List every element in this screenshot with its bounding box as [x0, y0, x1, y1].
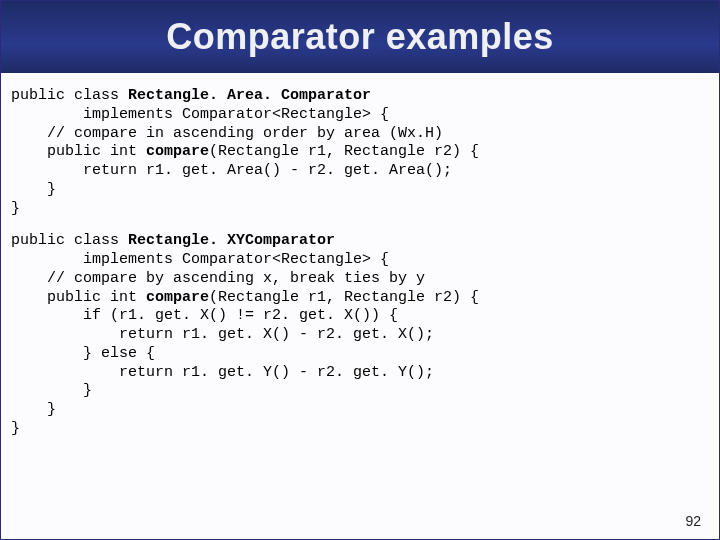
code-line: if (r1. get. X() != r2. get. X()) {	[11, 307, 398, 324]
slide-title: Comparator examples	[166, 16, 554, 58]
method-name: compare	[146, 143, 209, 160]
code-line: public int	[11, 143, 146, 160]
code-line: } else {	[11, 345, 155, 362]
code-line: // compare by ascending x, break ties by…	[11, 270, 425, 287]
code-line: public class	[11, 232, 128, 249]
code-line: }	[11, 200, 20, 217]
code-line: public class	[11, 87, 128, 104]
code-line: public int	[11, 289, 146, 306]
page-number: 92	[685, 513, 701, 529]
code-line: return r1. get. Y() - r2. get. Y();	[11, 364, 434, 381]
code-line: return r1. get. X() - r2. get. X();	[11, 326, 434, 343]
code-line: return r1. get. Area() - r2. get. Area()…	[11, 162, 452, 179]
title-banner: Comparator examples	[1, 1, 719, 73]
code-line: }	[11, 420, 20, 437]
code-block-1: public class Rectangle. Area. Comparator…	[1, 73, 719, 218]
code-line: }	[11, 382, 92, 399]
code-line: // compare in ascending order by area (W…	[11, 125, 443, 142]
code-line: (Rectangle r1, Rectangle r2) {	[209, 143, 479, 160]
code-line: (Rectangle r1, Rectangle r2) {	[209, 289, 479, 306]
code-line: }	[11, 181, 56, 198]
code-line: }	[11, 401, 56, 418]
code-line: implements Comparator<Rectangle> {	[11, 106, 389, 123]
class-name: Rectangle. Area. Comparator	[128, 87, 371, 104]
code-block-2: public class Rectangle. XYComparator imp…	[1, 218, 719, 438]
code-line: implements Comparator<Rectangle> {	[11, 251, 389, 268]
class-name: Rectangle. XYComparator	[128, 232, 335, 249]
method-name: compare	[146, 289, 209, 306]
